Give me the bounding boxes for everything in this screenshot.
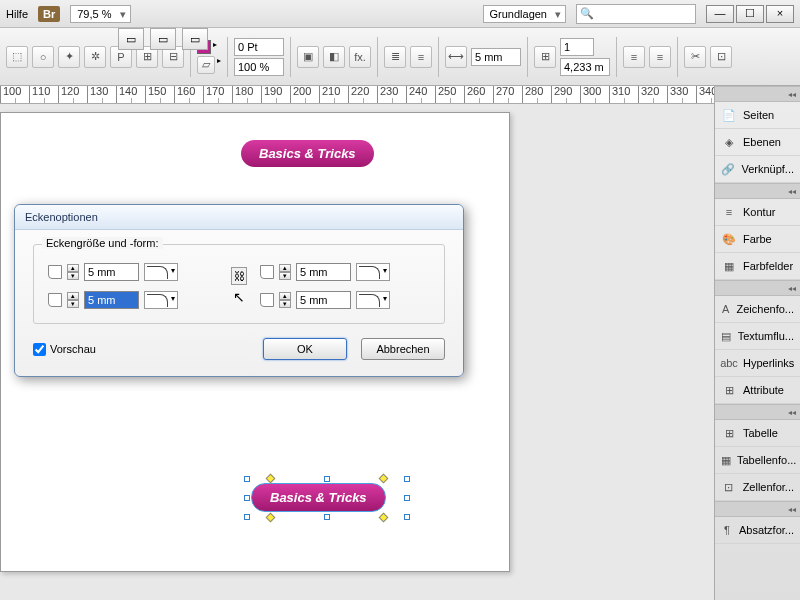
cursor-icon: ↖ xyxy=(233,289,245,305)
panel-icon: A xyxy=(721,301,731,317)
panel-label: Tabellenfo... xyxy=(737,454,796,466)
panel-hyperlinks[interactable]: abcHyperlinks xyxy=(715,350,800,377)
panel-tabellenfo[interactable]: ▦Tabellenfo... xyxy=(715,447,800,474)
dialog-title[interactable]: Eckenoptionen xyxy=(15,205,463,230)
corner-tl-icon xyxy=(48,265,62,279)
workspace-dropdown[interactable]: Grundlagen xyxy=(483,5,567,23)
panel-label: Verknüpf... xyxy=(741,163,794,175)
panel-icon: ⊞ xyxy=(721,382,737,398)
panel-verknpf[interactable]: 🔗Verknüpf... xyxy=(715,156,800,183)
panel-zellenfor[interactable]: ⊡Zellenfor... xyxy=(715,474,800,501)
count-input[interactable] xyxy=(560,38,594,56)
panel-farbe[interactable]: 🎨Farbe xyxy=(715,226,800,253)
selection-icon[interactable]: ⬚ xyxy=(6,46,28,68)
corner-bl-spinner[interactable]: ▴▾ xyxy=(67,292,79,308)
corner-br-icon xyxy=(260,293,274,307)
align2-icon[interactable]: ≡ xyxy=(623,46,645,68)
arrange-icon[interactable]: ▭ xyxy=(150,28,176,50)
display-icon[interactable]: ▭ xyxy=(182,28,208,50)
menu-help[interactable]: Hilfe xyxy=(6,8,28,20)
panel-label: Attribute xyxy=(743,384,784,396)
link-corners-button[interactable]: ⛓ xyxy=(231,267,247,285)
corner-bl-icon xyxy=(48,293,62,307)
corner-br-spinner[interactable]: ▴▾ xyxy=(279,292,291,308)
close-button[interactable]: × xyxy=(766,5,794,23)
panel-label: Tabelle xyxy=(743,427,778,439)
width-input[interactable] xyxy=(560,58,610,76)
corner-tr-icon xyxy=(260,265,274,279)
panel-label: Zeichenfo... xyxy=(737,303,794,315)
panel-icon: ▤ xyxy=(721,328,732,344)
maximize-button[interactable]: ☐ xyxy=(736,5,764,23)
panel-tabelle[interactable]: ⊞Tabelle xyxy=(715,420,800,447)
corner-tl-shape[interactable] xyxy=(144,263,178,281)
textframe-icon[interactable]: ≣ xyxy=(384,46,406,68)
panel-seiten[interactable]: 📄Seiten xyxy=(715,102,800,129)
preview-checkbox[interactable]: Vorschau xyxy=(33,343,96,356)
effects-icon[interactable]: ✲ xyxy=(84,46,106,68)
panel-label: Farbe xyxy=(743,233,772,245)
corner-options-dialog: Eckenoptionen Eckengröße und -form: ▴▾ 5… xyxy=(14,204,464,377)
view-mode-group: ▭ ▭ ▭ xyxy=(118,28,208,50)
corner-br-input[interactable]: 5 mm xyxy=(296,291,351,309)
clip-icon[interactable]: ◧ xyxy=(323,46,345,68)
panel-icon: ◈ xyxy=(721,134,737,150)
window-controls: — ☐ × xyxy=(706,5,794,23)
panel-label: Hyperlinks xyxy=(743,357,794,369)
panel-farbfelder[interactable]: ▦Farbfelder xyxy=(715,253,800,280)
panel-zeichenfo[interactable]: AZeichenfo... xyxy=(715,296,800,323)
grid-icon[interactable]: ⊞ xyxy=(534,46,556,68)
screen-mode-icon[interactable]: ▭ xyxy=(118,28,144,50)
panel-label: Seiten xyxy=(743,109,774,121)
panel-dock: ◂◂📄Seiten◈Ebenen🔗Verknüpf...◂◂≡Kontur🎨Fa… xyxy=(714,86,800,600)
corner-tl-input[interactable]: 5 mm xyxy=(84,263,139,281)
corner-bl-shape[interactable] xyxy=(144,291,178,309)
wrap-icon[interactable]: ▣ xyxy=(297,46,319,68)
panel-label: Kontur xyxy=(743,206,775,218)
panel-icon: ≡ xyxy=(721,204,737,220)
stroke-weight-input[interactable] xyxy=(234,38,284,56)
panel-textumflu[interactable]: ▤Textumflu... xyxy=(715,323,800,350)
corner-br-shape[interactable] xyxy=(356,291,390,309)
crop-icon[interactable]: ✂ xyxy=(684,46,706,68)
stroke-swatch[interactable]: ▱ xyxy=(197,56,215,74)
minimize-button[interactable]: — xyxy=(706,5,734,23)
horizontal-ruler[interactable]: 1001101201301401501601701801902002102202… xyxy=(0,86,800,104)
panel-icon: ⊞ xyxy=(721,425,737,441)
panel-icon: 🎨 xyxy=(721,231,737,247)
panel-label: Zellenfor... xyxy=(743,481,794,493)
search-input[interactable] xyxy=(576,4,696,24)
opacity-input[interactable] xyxy=(234,58,284,76)
corner-tr-spinner[interactable]: ▴▾ xyxy=(279,264,291,280)
panel-ebenen[interactable]: ◈Ebenen xyxy=(715,129,800,156)
panel-attribute[interactable]: ⊞Attribute xyxy=(715,377,800,404)
align3-icon[interactable]: ≡ xyxy=(649,46,671,68)
panel-kontur[interactable]: ≡Kontur xyxy=(715,199,800,226)
fx-icon[interactable]: fx. xyxy=(349,46,371,68)
ok-button[interactable]: OK xyxy=(263,338,347,360)
pill-object-top[interactable]: Basics & Tricks xyxy=(241,140,374,167)
panel-absatzfor[interactable]: ¶Absatzfor... xyxy=(715,517,800,544)
corner-bl-input[interactable]: 5 mm xyxy=(84,291,139,309)
corner-tr-shape[interactable] xyxy=(356,263,390,281)
corner-tr-input[interactable]: 5 mm xyxy=(296,263,351,281)
ellipse-icon[interactable]: ○ xyxy=(32,46,54,68)
panel-label: Textumflu... xyxy=(738,330,794,342)
dim-input[interactable] xyxy=(471,48,521,66)
panel-label: Absatzfor... xyxy=(739,524,794,536)
panel-icon: abc xyxy=(721,355,737,371)
bridge-badge[interactable]: Br xyxy=(38,6,60,22)
panel-label: Farbfelder xyxy=(743,260,793,272)
transform-icon[interactable]: ✦ xyxy=(58,46,80,68)
menu-bar: Hilfe Br 79,5 % ▭ ▭ ▭ Grundlagen — ☐ × xyxy=(0,0,800,28)
cancel-button[interactable]: Abbrechen xyxy=(361,338,445,360)
pill-object-selected[interactable]: Basics & Tricks xyxy=(251,483,386,512)
zoom-level[interactable]: 79,5 % xyxy=(70,5,130,23)
cols-icon[interactable]: ≡ xyxy=(410,46,432,68)
panel-icon: ⊡ xyxy=(721,479,737,495)
corner-tl-spinner[interactable]: ▴▾ xyxy=(67,264,79,280)
lock-icon[interactable]: ⊡ xyxy=(710,46,732,68)
measure-icon[interactable]: ⟷ xyxy=(445,46,467,68)
panel-icon: ¶ xyxy=(721,522,733,538)
canvas-area[interactable]: Basics & Tricks Basics & Tricks Eckenopt… xyxy=(0,104,714,600)
